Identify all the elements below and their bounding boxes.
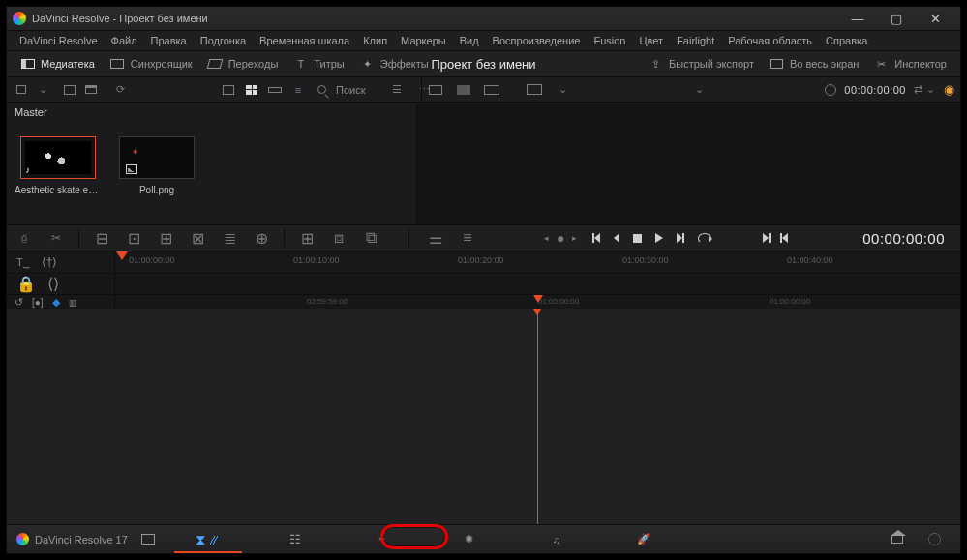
insert-clip-icon[interactable]: ⊟ — [92, 230, 111, 246]
trim-icon[interactable]: ⧉ — [361, 230, 380, 246]
transitions-toggle[interactable]: Переходы — [200, 55, 287, 74]
stop-button[interactable] — [633, 234, 642, 243]
home-button[interactable] — [881, 525, 914, 553]
menu-fairlight[interactable]: Fairlight — [670, 33, 721, 48]
timecode-mode-icon[interactable]: ⇄ ⌄ — [914, 83, 936, 96]
viewer-zoom-dropdown-icon[interactable]: ⌄ — [690, 82, 708, 98]
loop-button[interactable] — [698, 233, 711, 244]
project-settings-button[interactable] — [918, 525, 951, 553]
import-media-icon[interactable] — [61, 82, 78, 98]
menu-file[interactable]: Файл — [105, 33, 144, 48]
list-view-icon[interactable] — [220, 82, 237, 98]
flag-icon[interactable]: ◆ — [52, 296, 60, 309]
track-sync-icon[interactable]: ⟨⟩ — [47, 275, 59, 293]
sync-clips-icon[interactable]: ⟳ — [111, 82, 129, 98]
inspector-toggle[interactable]: ✂ Инспектор — [866, 55, 954, 74]
timeline-options-icon[interactable]: ≡ — [458, 230, 477, 246]
first-frame-button[interactable] — [592, 233, 600, 243]
viewer-options-icon[interactable]: ◉ — [944, 82, 955, 97]
page-color[interactable]: ✺ — [426, 525, 513, 553]
page-fairlight[interactable]: ♫ — [513, 525, 600, 553]
snap-icon[interactable]: ↺ — [15, 296, 23, 309]
page-edit[interactable]: ☷ — [252, 525, 339, 553]
playhead-marker-icon[interactable] — [533, 295, 543, 303]
viewer-mode-3-icon[interactable] — [483, 82, 500, 98]
menu-markers[interactable]: Маркеры — [394, 33, 453, 48]
page-switcher-bar: DaVinci Resolve 17 ⧗⫽ ☷ ✦ ✺ ♫ 🚀 — [7, 524, 960, 553]
timeline-timecode[interactable]: 00:00:00:00 — [862, 230, 952, 247]
viewer-mode-1-icon[interactable] — [427, 82, 444, 98]
menu-trim[interactable]: Подгонка — [194, 33, 253, 48]
last-frame-button[interactable] — [677, 233, 684, 243]
sort-order-icon[interactable]: ≡ — [289, 82, 307, 98]
maximize-button[interactable]: ▢ — [877, 7, 916, 30]
playhead-line[interactable] — [537, 309, 538, 524]
playhead-marker-icon[interactable] — [116, 251, 128, 260]
boring-detector-icon[interactable]: ⚌ — [426, 230, 445, 246]
viewer-overlay-icon[interactable] — [526, 82, 543, 98]
titles-toggle[interactable]: T Титры — [286, 55, 351, 74]
clip-thumbnail[interactable]: ♪ — [20, 136, 96, 179]
place-on-top-icon[interactable]: ≣ — [220, 230, 239, 246]
search-icon[interactable] — [313, 82, 330, 98]
track-color-icon[interactable]: ▥ — [69, 298, 77, 308]
smart-insert-icon[interactable]: ⎙ — [15, 230, 34, 246]
timeline-ruler-upper[interactable]: T⎯ ⟨†⟩ 01:00:00:00 01:00:10:00 01:00:20:… — [7, 251, 960, 273]
syncbin-toggle[interactable]: Синхроящик — [103, 55, 200, 74]
effects-toggle[interactable]: ✦ Эффекты — [352, 55, 437, 74]
search-label[interactable]: Поиск — [336, 84, 365, 96]
jog-control[interactable]: ◂●▸ — [544, 230, 579, 246]
source-overwrite-icon[interactable]: ⊕ — [252, 230, 271, 246]
clip-name: Poll.png — [139, 185, 174, 195]
clip-thumbnail[interactable]: ✶ — [119, 136, 195, 179]
thumbnail-view-icon[interactable] — [243, 82, 260, 98]
marker-icon[interactable]: [●] — [32, 297, 44, 308]
menu-edit[interactable]: Правка — [144, 33, 194, 48]
page-fusion[interactable]: ✦ — [339, 525, 426, 553]
menu-workspace[interactable]: Рабочая область — [721, 33, 819, 48]
play-button[interactable] — [655, 233, 663, 243]
blade-icon[interactable]: ✂ — [46, 230, 66, 246]
close-button[interactable]: ✕ — [916, 7, 954, 30]
media-option-1-icon[interactable]: ☰ — [388, 82, 406, 98]
prev-edit-button[interactable] — [780, 233, 788, 243]
lock-track-icon[interactable]: 🔒 — [16, 275, 36, 293]
bin-dropdown-icon[interactable]: ⌄ — [34, 82, 51, 98]
menu-help[interactable]: Справка — [819, 33, 874, 48]
timeline-tracks[interactable] — [7, 309, 960, 524]
close-up-icon[interactable]: ⊠ — [188, 230, 207, 246]
video-track-icon[interactable]: T⎯ — [16, 256, 30, 268]
minimize-button[interactable]: — — [838, 7, 877, 30]
quick-export-button[interactable]: ⇪ Быстрый экспорт — [641, 55, 762, 74]
play-reverse-button[interactable] — [614, 233, 619, 243]
menu-clip[interactable]: Клип — [356, 33, 394, 48]
viewer[interactable] — [417, 103, 960, 224]
mediapool-bin-label[interactable]: Master — [7, 103, 416, 121]
menu-color[interactable]: Цвет — [632, 33, 670, 48]
menu-fusion[interactable]: Fusion — [587, 33, 632, 48]
append-clip-icon[interactable]: ⊡ — [124, 230, 143, 246]
clip-item[interactable]: ♪ Aesthetic skate ed... — [20, 136, 96, 195]
next-edit-button[interactable] — [763, 233, 771, 243]
page-deliver[interactable]: 🚀 — [600, 525, 687, 553]
viewer-overlay-dropdown-icon[interactable]: ⌄ — [554, 82, 571, 98]
tools-dropdown-icon[interactable]: ⊞ — [297, 230, 317, 246]
import-folder-icon[interactable] — [82, 82, 100, 98]
page-cut[interactable]: ⧗⫽ — [165, 525, 252, 553]
menu-app[interactable]: DaVinci Resolve — [13, 33, 105, 48]
timeline-ruler-lower[interactable]: ↺ [●] ◆ ▥ 02:59:59:00 01:00:00:00 01:00:… — [7, 294, 960, 309]
clip-item[interactable]: ✶ Poll.png — [119, 136, 195, 195]
fullscreen-button[interactable]: Во весь экран — [762, 55, 866, 74]
mediapool-toggle[interactable]: Медиатека — [13, 55, 103, 74]
menu-view[interactable]: Вид — [453, 33, 486, 48]
transition-icon[interactable]: ⧈ — [329, 230, 348, 246]
ripple-overwrite-icon[interactable]: ⊞ — [156, 230, 175, 246]
project-manager-button[interactable] — [132, 525, 165, 553]
menu-timeline[interactable]: Временная шкала — [253, 33, 356, 48]
bin-list-icon[interactable] — [13, 82, 30, 98]
menu-playback[interactable]: Воспроизведение — [486, 33, 588, 48]
audio-track-icon[interactable]: ⟨†⟩ — [42, 255, 58, 269]
strip-view-icon[interactable] — [266, 82, 284, 98]
still-marker-icon: ✶ — [132, 147, 139, 157]
viewer-mode-2-icon[interactable] — [455, 82, 472, 98]
